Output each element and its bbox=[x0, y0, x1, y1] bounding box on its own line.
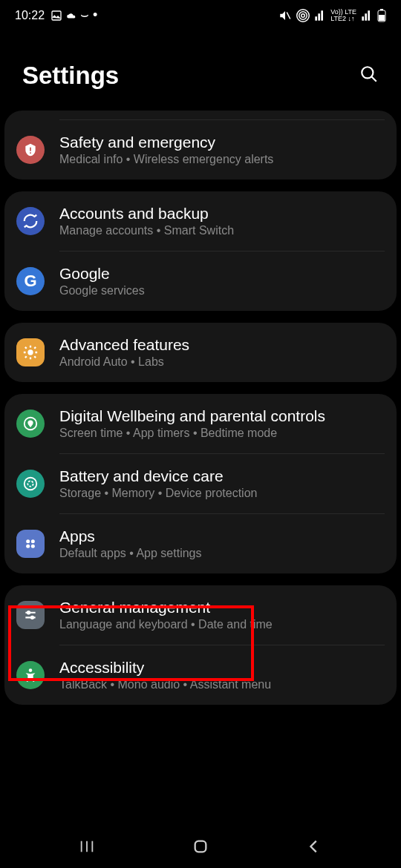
google-icon: G bbox=[16, 267, 45, 295]
svg-line-1 bbox=[287, 12, 290, 19]
svg-point-15 bbox=[27, 481, 33, 486]
accessibility-icon bbox=[16, 661, 45, 689]
settings-item-safety-and-emergency[interactable]: Safety and emergencyMedical info • Wirel… bbox=[4, 120, 397, 180]
item-text: Safety and emergencyMedical info • Wirel… bbox=[59, 134, 385, 166]
svg-point-17 bbox=[31, 539, 35, 543]
status-left: 10:22 ⌣ • bbox=[15, 7, 97, 23]
item-subtitle: TalkBack • Mono audio • Assistant menu bbox=[59, 678, 385, 691]
more-icon: ⌣ • bbox=[80, 7, 97, 23]
item-title: Advanced features bbox=[59, 336, 385, 354]
svg-rect-0 bbox=[52, 11, 61, 20]
item-subtitle: Default apps • App settings bbox=[59, 547, 385, 560]
search-button[interactable] bbox=[359, 65, 379, 87]
status-time: 10:22 bbox=[15, 9, 45, 22]
back-icon bbox=[306, 838, 322, 855]
item-text: Accounts and backupManage accounts • Sma… bbox=[59, 205, 385, 237]
item-subtitle: Google services bbox=[59, 284, 385, 297]
signal-icon-1 bbox=[314, 10, 326, 22]
battery-icon bbox=[16, 470, 45, 498]
recents-icon bbox=[79, 838, 95, 855]
svg-point-18 bbox=[26, 545, 30, 548]
settings-group: Safety and emergencyMedical info • Wirel… bbox=[4, 111, 397, 180]
svg-line-9 bbox=[371, 76, 376, 82]
item-subtitle: Language and keyboard • Date and time bbox=[59, 618, 385, 631]
svg-point-14 bbox=[25, 478, 37, 490]
general-icon bbox=[16, 601, 45, 629]
svg-rect-6 bbox=[380, 9, 383, 10]
item-text: AccessibilityTalkBack • Mono audio • Ass… bbox=[59, 659, 385, 691]
settings-list: Safety and emergencyMedical info • Wirel… bbox=[0, 111, 401, 705]
status-notification-icons: ⌣ • bbox=[50, 7, 97, 23]
svg-point-8 bbox=[362, 67, 373, 78]
advanced-icon bbox=[16, 338, 45, 366]
settings-item-accessibility[interactable]: AccessibilityTalkBack • Mono audio • Ass… bbox=[4, 645, 397, 705]
svg-rect-28 bbox=[195, 841, 206, 852]
item-text: AppsDefault apps • App settings bbox=[59, 527, 385, 560]
item-subtitle: Android Auto • Labs bbox=[59, 355, 385, 369]
network-label: Vo)) LTELTE2 ↓↑ bbox=[330, 9, 356, 22]
signal-icon-2 bbox=[361, 10, 373, 22]
item-subtitle: Screen time • App timers • Bedtime mode bbox=[59, 427, 385, 440]
settings-group: Advanced featuresAndroid Auto • Labs bbox=[4, 323, 397, 382]
settings-item-general-management[interactable]: General managementLanguage and keyboard … bbox=[4, 585, 397, 645]
item-text: Battery and device careStorage • Memory … bbox=[59, 467, 385, 500]
navigation-bar bbox=[0, 825, 401, 868]
search-icon bbox=[359, 65, 379, 84]
status-bar: 10:22 ⌣ • Vo)) LTELTE2 ↓↑ bbox=[0, 0, 401, 27]
settings-group: General managementLanguage and keyboard … bbox=[4, 585, 397, 705]
settings-group: Digital Wellbeing and parental controlsS… bbox=[4, 394, 397, 573]
settings-header: Settings bbox=[0, 27, 401, 111]
item-title: Accounts and backup bbox=[59, 205, 385, 223]
recents-button[interactable] bbox=[57, 832, 117, 861]
item-subtitle: Manage accounts • Smart Switch bbox=[59, 224, 385, 237]
item-text: Advanced featuresAndroid Auto • Labs bbox=[59, 336, 385, 369]
item-title: Battery and device care bbox=[59, 467, 385, 485]
settings-item-accounts-and-backup[interactable]: Accounts and backupManage accounts • Sma… bbox=[4, 191, 397, 251]
item-title: Google bbox=[59, 265, 385, 283]
svg-rect-10 bbox=[30, 148, 31, 151]
svg-rect-11 bbox=[30, 152, 31, 154]
svg-point-23 bbox=[31, 617, 33, 619]
apps-icon bbox=[16, 530, 45, 558]
svg-point-3 bbox=[299, 11, 307, 19]
svg-point-24 bbox=[29, 668, 33, 672]
back-button[interactable] bbox=[284, 832, 344, 861]
wellbeing-icon bbox=[16, 410, 45, 438]
item-title: Safety and emergency bbox=[59, 134, 385, 151]
settings-group: Accounts and backupManage accounts • Sma… bbox=[4, 191, 397, 311]
settings-item-digital-wellbeing-and-parental-controls[interactable]: Digital Wellbeing and parental controlsS… bbox=[4, 394, 397, 453]
status-right: Vo)) LTELTE2 ↓↑ bbox=[278, 9, 386, 22]
hotspot-icon bbox=[296, 9, 310, 22]
svg-point-19 bbox=[31, 545, 35, 548]
page-title: Settings bbox=[22, 62, 119, 90]
item-text: GoogleGoogle services bbox=[59, 265, 385, 297]
sync-icon bbox=[16, 207, 45, 235]
svg-rect-7 bbox=[379, 15, 385, 21]
svg-point-22 bbox=[27, 611, 30, 614]
item-text: General managementLanguage and keyboard … bbox=[59, 599, 385, 631]
cloud-icon bbox=[66, 10, 76, 21]
home-icon bbox=[192, 838, 209, 855]
svg-point-2 bbox=[301, 13, 305, 17]
settings-item-advanced-features[interactable]: Advanced featuresAndroid Auto • Labs bbox=[4, 323, 397, 382]
item-subtitle: Storage • Memory • Device protection bbox=[59, 487, 385, 500]
item-title: General management bbox=[59, 599, 385, 617]
item-subtitle: Medical info • Wireless emergency alerts bbox=[59, 153, 385, 166]
picture-icon bbox=[50, 10, 62, 22]
item-title: Accessibility bbox=[59, 659, 385, 677]
svg-point-12 bbox=[27, 349, 33, 355]
safety-icon bbox=[16, 136, 45, 164]
item-text: Digital Wellbeing and parental controlsS… bbox=[59, 407, 385, 440]
mute-icon bbox=[278, 9, 292, 22]
home-button[interactable] bbox=[171, 832, 230, 861]
settings-item-google[interactable]: GGoogleGoogle services bbox=[4, 251, 397, 311]
item-title: Apps bbox=[59, 527, 385, 545]
item-title: Digital Wellbeing and parental controls bbox=[59, 407, 385, 425]
svg-point-16 bbox=[26, 539, 30, 543]
settings-item-battery-and-device-care[interactable]: Battery and device careStorage • Memory … bbox=[4, 454, 397, 513]
battery-icon-status bbox=[377, 9, 386, 22]
settings-item-apps[interactable]: AppsDefault apps • App settings bbox=[4, 514, 397, 573]
